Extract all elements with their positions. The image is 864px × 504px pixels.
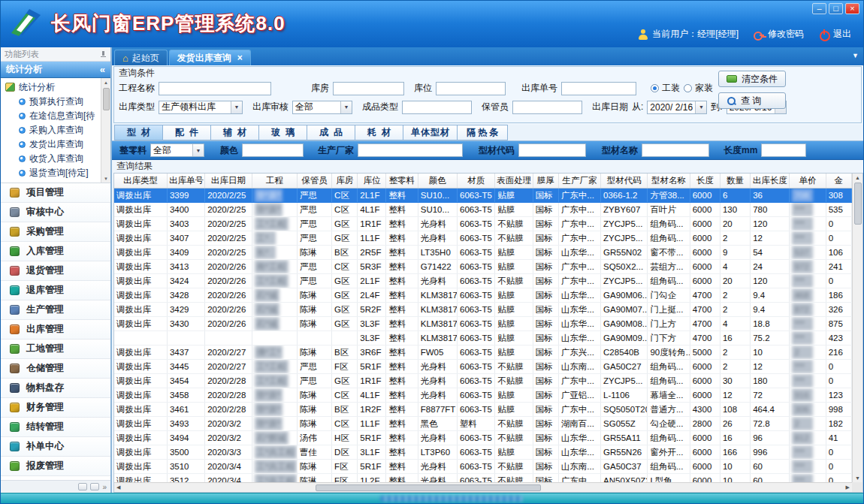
grid-cell[interactable]: 窗不带... <box>648 245 690 259</box>
footer-panel-icon[interactable] <box>90 483 99 490</box>
grid-cell[interactable]: 严思 <box>297 273 331 288</box>
grid-cell[interactable]: 调拨出库 <box>114 445 167 459</box>
grid-cell[interactable]: 国标 <box>533 216 558 231</box>
grid-cell[interactable]: 国标 <box>533 359 558 373</box>
material-tab[interactable]: 耗材 <box>355 125 403 140</box>
grid-cell[interactable]: 调拨出库 <box>114 273 167 288</box>
grid-cell[interactable]: 整料 <box>386 359 418 373</box>
grid-cell[interactable]: 山东华... <box>558 302 600 316</box>
grid-cell[interactable]: 华*原* <box>252 188 297 202</box>
grid-cell[interactable]: 门勾企 <box>648 288 690 302</box>
grid-cell[interactable]: G区 <box>332 302 358 316</box>
grid-cell[interactable]: 6 <box>720 188 750 202</box>
grid-cell[interactable]: 山东华... <box>558 316 600 330</box>
grid-cell[interactable]: 54 <box>751 245 790 259</box>
grid-cell[interactable]: 陈琳 <box>297 402 331 416</box>
grid-cell[interactable]: 陈琳 <box>297 345 331 359</box>
scroll-left-icon[interactable]: ◀ <box>116 484 120 490</box>
grid-cell[interactable]: 6000 <box>690 373 720 388</box>
outbound-type-select[interactable]: 生产领料出库 ▼ <box>159 101 243 114</box>
grid-cell[interactable]: 996 <box>751 445 790 459</box>
table-row[interactable]: 调拨出库34032020/2/25工*工程严思G区1R1F整料光身料6063-T… <box>114 216 852 231</box>
grid-cell[interactable]: 国标 <box>533 345 558 359</box>
grid-cell[interactable]: 2020/3/3 <box>205 445 252 459</box>
column-header[interactable]: 颜色 <box>418 174 457 188</box>
grid-cell[interactable]: KLM3817 <box>418 302 457 316</box>
grid-cell[interactable]: 国标 <box>533 259 558 273</box>
grid-cell[interactable]: 调拨出库 <box>114 288 167 302</box>
sidebar-module-8[interactable]: 工地管理 <box>1 340 110 359</box>
material-tab[interactable]: 型材 <box>114 125 162 140</box>
grid-cell[interactable]: 998 <box>826 402 851 416</box>
close-tab-icon[interactable]: × <box>237 53 243 63</box>
grid-cell[interactable]: 整料 <box>386 288 418 302</box>
grid-cell[interactable]: 3L1F <box>358 445 386 459</box>
grid-cell[interactable]: 0 <box>826 373 851 388</box>
grid-cell[interactable]: 2020/2/28 <box>205 402 252 416</box>
grid-cell[interactable]: ZYCJP5... <box>601 216 648 231</box>
sidebar-module-2[interactable]: 采购管理 <box>1 222 110 242</box>
grid-cell[interactable]: 6000 <box>690 202 720 216</box>
grid-cell[interactable]: 26 <box>720 416 750 430</box>
grid-cell[interactable]: 1L1F <box>358 231 386 245</box>
grid-cell[interactable]: 9 <box>720 245 750 259</box>
grid-cell[interactable]: 组角码... <box>648 430 690 445</box>
grid-cell[interactable]: 贴膜 <box>495 330 533 345</box>
grid-cell[interactable]: 严思 <box>297 231 331 245</box>
grid-cell[interactable]: 106 <box>826 245 851 259</box>
grid-cell[interactable]: 石*辉城 <box>252 430 297 445</box>
grid-cell[interactable]: 曹佳 <box>297 445 331 459</box>
collapse-icon[interactable]: « <box>100 64 105 75</box>
grid-cell[interactable]: 4300 <box>690 402 720 416</box>
grid-cell[interactable]: 6000 <box>690 359 720 373</box>
grid-cell[interactable]: 调拨出库 <box>114 430 167 445</box>
column-header[interactable]: 金 <box>826 174 851 188</box>
grid-cell[interactable]: 326 <box>826 302 851 316</box>
tree-item[interactable]: 库存管理[待定] <box>1 180 110 183</box>
grid-cell[interactable]: 广东中... <box>558 273 600 288</box>
grid-cell[interactable]: 9.4 <box>751 288 790 302</box>
grid-cell[interactable]: 严思 <box>297 259 331 273</box>
grid-cell[interactable]: 陈琳 <box>297 388 331 402</box>
grid-cell[interactable]: 24 <box>751 259 790 273</box>
table-row[interactable]: 调拨出库34452020/2/27工*工程严思F区5R1F整料光身料6063-T… <box>114 359 852 373</box>
grid-cell[interactable]: 6063-T5 <box>458 245 495 259</box>
grid-cell[interactable]: *** <box>790 216 826 231</box>
material-tab[interactable]: 隔热条 <box>457 125 508 140</box>
material-tab[interactable]: 玻璃 <box>258 125 307 140</box>
material-tab[interactable]: 成品 <box>307 125 355 140</box>
grid-cell[interactable]: 贴膜 <box>495 402 533 416</box>
tree-item[interactable]: 发货出库查询 <box>1 137 110 152</box>
grid-cell[interactable]: 国标 <box>533 388 558 402</box>
grid-cell[interactable]: 严思 <box>297 216 331 231</box>
column-header[interactable]: 库房 <box>332 174 358 188</box>
grid-cell[interactable]: *** <box>790 231 826 245</box>
grid-cell[interactable]: LT3P60 <box>418 445 457 459</box>
grid-cell[interactable]: 调拨出库 <box>114 245 167 259</box>
grid-cell[interactable]: 6063-T5 <box>458 402 495 416</box>
grid-cell[interactable]: 16 <box>720 330 750 345</box>
grid-cell[interactable]: 整料 <box>386 402 418 416</box>
grid-cell[interactable]: SQ5050T20 <box>601 402 648 416</box>
grid-cell[interactable]: 山东南... <box>558 459 600 473</box>
grid-cell[interactable]: 华*原* <box>252 388 297 402</box>
grid-cell[interactable]: B区 <box>332 402 358 416</box>
grid-cell[interactable]: 2020/2/27 <box>205 359 252 373</box>
grid-cell[interactable]: 0 <box>826 231 851 245</box>
grid-cell[interactable]: GR55N02 <box>601 245 648 259</box>
grid-cell[interactable]: F区 <box>332 359 358 373</box>
grid-cell[interactable]: *** <box>790 459 826 473</box>
grid-cell[interactable]: 光身料 <box>418 459 457 473</box>
grid-cell[interactable]: 3403 <box>167 216 204 231</box>
grid-cell[interactable]: 72.8 <box>751 416 790 430</box>
grid-cell[interactable]: 贴膜 <box>495 445 533 459</box>
grid-cell[interactable]: 芸组方... <box>648 259 690 273</box>
grid-cell[interactable]: 108 <box>720 402 750 416</box>
grid-cell[interactable]: 875 <box>826 316 851 330</box>
grid-cell[interactable]: 2020/3/2 <box>205 430 252 445</box>
column-header[interactable]: 表面处理 <box>495 174 533 188</box>
clear-conditions-button[interactable]: 清空条件 <box>718 71 786 87</box>
material-tab[interactable]: 配件 <box>162 125 210 140</box>
column-header[interactable]: 出库长度 <box>751 174 790 188</box>
sidebar-module-3[interactable]: 入库管理 <box>1 242 110 261</box>
